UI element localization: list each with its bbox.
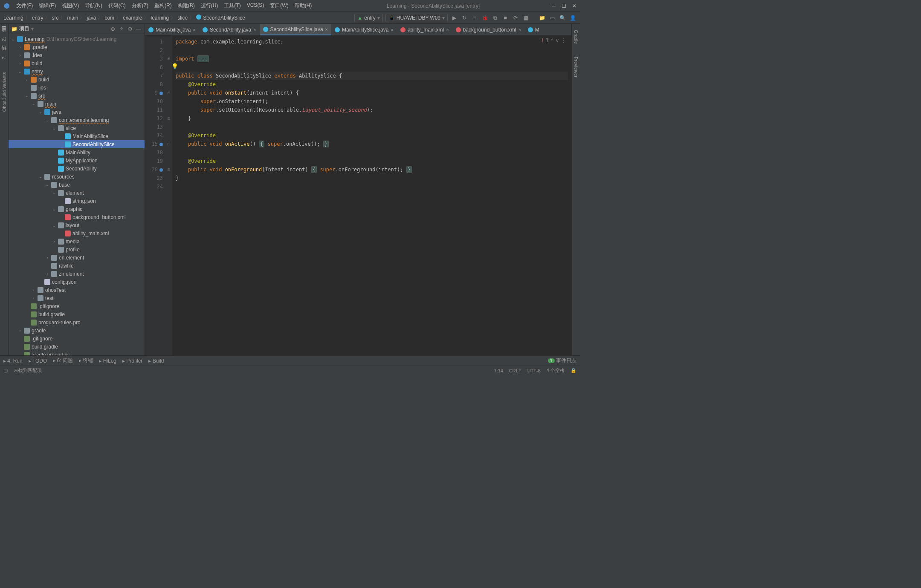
fold-toggle-icon[interactable]: [165, 182, 172, 191]
tree-arrow-icon[interactable]: ⌄: [11, 37, 15, 41]
tree-row[interactable]: .gitignore: [9, 302, 145, 310]
menu-item[interactable]: 重构(R): [152, 1, 174, 10]
code-line[interactable]: [176, 182, 568, 191]
menu-item[interactable]: 窗口(W): [267, 1, 291, 10]
tree-row[interactable]: background_button.xml: [9, 213, 145, 221]
tree-arrow-icon[interactable]: ⌄: [45, 118, 49, 122]
tree-row[interactable]: MainAbility: [9, 148, 145, 156]
debug-button[interactable]: ↻: [460, 14, 468, 22]
right-tool-button[interactable]: Previewer: [573, 57, 579, 78]
menu-item[interactable]: 编辑(E): [36, 1, 58, 10]
tree-row[interactable]: config.json: [9, 278, 145, 286]
fold-toggle-icon[interactable]: ⊟: [165, 89, 172, 97]
editor-tab[interactable]: MainAbilitySlice.java×: [331, 24, 397, 35]
locate-icon[interactable]: ⊕: [110, 26, 116, 32]
tree-row[interactable]: ›media: [9, 237, 145, 245]
tree-row[interactable]: ›en.element: [9, 254, 145, 262]
file-encoding[interactable]: UTF-8: [527, 368, 541, 373]
tree-row[interactable]: build.gradle: [9, 310, 145, 318]
tree-row[interactable]: .gitignore: [9, 334, 145, 343]
tree-row[interactable]: ⌄slice: [9, 124, 145, 132]
gear-icon[interactable]: ⚙: [127, 26, 133, 32]
menu-item[interactable]: 文件(F): [14, 1, 35, 10]
tree-row[interactable]: rawfile: [9, 262, 145, 270]
line-number[interactable]: 13: [145, 123, 163, 131]
code-line[interactable]: }: [176, 174, 568, 182]
line-number[interactable]: 19: [145, 157, 163, 165]
code-line[interactable]: @Override: [176, 131, 568, 140]
tree-arrow-icon[interactable]: ⌄: [52, 191, 56, 195]
breadcrumb-item[interactable]: src: [52, 15, 58, 21]
breadcrumb-item[interactable]: example: [123, 15, 142, 21]
line-separator[interactable]: CRLF: [509, 368, 521, 373]
tool-window-button[interactable]: ▸ TODO: [29, 358, 47, 364]
tree-arrow-icon[interactable]: ›: [52, 239, 56, 244]
editor-tab[interactable]: SecondAbility.java×: [199, 24, 260, 35]
tree-arrow-icon[interactable]: ⌄: [18, 69, 22, 74]
tree-arrow-icon[interactable]: ›: [45, 272, 49, 276]
event-log-button[interactable]: 事件日志: [556, 357, 576, 363]
code-line[interactable]: public void onActive() { super.onActive(…: [176, 140, 568, 148]
breadcrumb-item[interactable]: java: [87, 15, 96, 21]
fold-toggle-icon[interactable]: [165, 131, 172, 140]
tree-row[interactable]: ›build: [9, 59, 145, 67]
menu-item[interactable]: 导航(N): [82, 1, 105, 10]
tool-window-button[interactable]: ▸ 终端: [79, 357, 93, 364]
menu-item[interactable]: 帮助(H): [292, 1, 315, 10]
hide-icon[interactable]: —: [135, 26, 142, 32]
line-number[interactable]: 12: [145, 114, 163, 123]
breadcrumb-item[interactable]: Learning: [3, 15, 23, 21]
search-icon[interactable]: 🔍: [559, 14, 566, 22]
line-number[interactable]: 9: [145, 89, 163, 97]
tree-row[interactable]: ⌄graphic: [9, 205, 145, 213]
line-number[interactable]: 23: [145, 174, 163, 182]
breadcrumb-item[interactable]: slice: [177, 15, 188, 21]
editor-tab[interactable]: ability_main.xml×: [397, 24, 452, 35]
tree-row[interactable]: ›test: [9, 294, 145, 302]
collapse-icon[interactable]: ÷: [118, 26, 125, 32]
menu-item[interactable]: 工具(T): [221, 1, 243, 10]
tree-row[interactable]: ⌄main: [9, 100, 145, 108]
line-number[interactable]: 6: [145, 63, 163, 72]
tree-arrow-icon[interactable]: ⌄: [52, 207, 56, 211]
fold-toggle-icon[interactable]: [165, 174, 172, 182]
project-structure-icon[interactable]: 📁: [538, 14, 546, 22]
fold-toggle-icon[interactable]: ⊟: [165, 165, 172, 174]
breadcrumb-item[interactable]: entry: [32, 15, 43, 21]
left-tool-button[interactable]: Z: 收藏: [1, 36, 7, 41]
menu-item[interactable]: 代码(C): [106, 1, 128, 10]
tree-row[interactable]: ›.idea: [9, 51, 145, 59]
breadcrumb-item[interactable]: learning: [151, 15, 169, 21]
code-line[interactable]: [176, 46, 568, 55]
tree-row[interactable]: profile: [9, 245, 145, 254]
line-number[interactable]: 3: [145, 55, 163, 63]
avd-icon[interactable]: ▭: [548, 14, 556, 22]
fold-toggle-icon[interactable]: [165, 72, 172, 80]
coverage-button[interactable]: ≡: [471, 14, 478, 22]
minimize-button[interactable]: ─: [552, 3, 556, 9]
tree-row[interactable]: ⌄java: [9, 108, 145, 116]
line-number[interactable]: 24: [145, 182, 163, 191]
tree-arrow-icon[interactable]: ⌄: [32, 102, 36, 106]
menu-item[interactable]: VCS(S): [244, 1, 267, 10]
tree-arrow-icon[interactable]: ⌄: [52, 223, 56, 228]
code-line[interactable]: super.onStart(intent);: [176, 97, 568, 106]
tree-arrow-icon[interactable]: ›: [45, 256, 49, 260]
line-number[interactable]: 10: [145, 97, 163, 106]
tree-row[interactable]: string.json: [9, 197, 145, 205]
tool-window-button[interactable]: ▸ Profiler: [122, 358, 142, 364]
tree-row[interactable]: gradle.properties: [9, 351, 145, 355]
close-tab-icon[interactable]: ×: [391, 27, 393, 32]
tree-row[interactable]: SecondAbilitySlice: [9, 140, 145, 148]
tree-row[interactable]: ›gradle: [9, 326, 145, 334]
code-line[interactable]: [176, 123, 568, 131]
tree-row[interactable]: ›zh.element: [9, 270, 145, 278]
device-selector[interactable]: 📱HUAWEI DBY-W09▾: [385, 14, 448, 22]
tree-row[interactable]: ⌄LearningD:\HarmonyOS\demo\Learning: [9, 35, 145, 43]
tree-row[interactable]: ⌄entry: [9, 67, 145, 75]
code-line[interactable]: @Override: [176, 157, 568, 165]
cursor-position[interactable]: 7:14: [494, 368, 503, 373]
fold-toggle-icon[interactable]: [165, 37, 172, 46]
code-line[interactable]: super.setUIContent(ResourceTable.Layout_…: [176, 106, 568, 114]
tree-row[interactable]: ›ohosTest: [9, 286, 145, 294]
